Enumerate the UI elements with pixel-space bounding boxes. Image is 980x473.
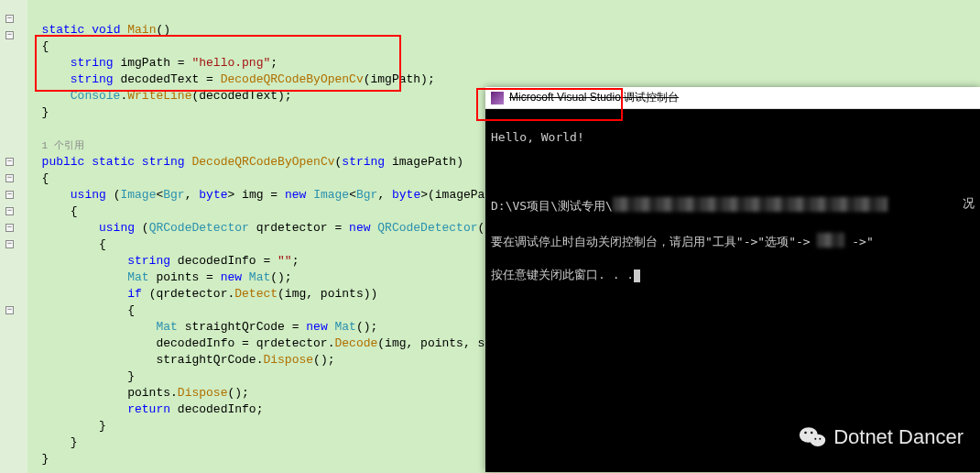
brace: { — [42, 39, 49, 53]
brace: } — [42, 452, 49, 466]
console-line-output: Hello, World! — [491, 129, 975, 146]
fold-icon[interactable]: − — [5, 306, 14, 314]
type: Bgr — [356, 188, 377, 202]
kw-string: string — [71, 56, 114, 70]
sp — [306, 188, 313, 202]
brace: } — [127, 369, 135, 383]
brace: { — [99, 237, 106, 251]
visual-studio-icon — [491, 92, 504, 104]
brace: { — [71, 204, 78, 218]
type: QRCodeDetector — [377, 221, 477, 235]
brace: { — [42, 171, 49, 185]
kw-void: void — [92, 23, 120, 37]
codelens-references[interactable]: 1 个引用 — [42, 140, 84, 151]
console-title: Microsoft Visual Studio 调试控制台 — [509, 90, 679, 105]
kw-new: new — [306, 320, 327, 334]
kw-return: return — [127, 402, 170, 416]
console-line-path: D:\VS项目\测试专用\ 况 — [491, 195, 975, 214]
tail: 况 — [963, 195, 975, 212]
msg-text: 要在调试停止时自动关闭控制台，请启用"工具"->"选项"-> — [491, 235, 811, 248]
kw-if: if — [127, 287, 142, 301]
watermark: Dotnet Dancer — [799, 425, 964, 449]
brace: { — [127, 303, 135, 317]
kw-static: static — [42, 23, 85, 37]
method-call: Dispose — [263, 353, 313, 367]
kw-using: using — [71, 188, 106, 202]
op: , — [185, 188, 200, 202]
parens: () — [156, 23, 170, 37]
op: , — [377, 188, 392, 202]
kw-byte: byte — [199, 188, 227, 202]
kw-string: string — [71, 72, 114, 86]
args: (); — [270, 270, 291, 284]
kw-string: string — [142, 155, 185, 169]
console-blank — [491, 162, 975, 179]
fold-icon[interactable]: − — [5, 174, 14, 182]
var: qrdetector = — [249, 221, 349, 235]
fold-icon[interactable]: − — [5, 15, 14, 23]
method-call: Detect — [234, 287, 278, 301]
type: Mat — [127, 270, 148, 284]
redacted — [817, 233, 844, 248]
console-line-msg2: 按任意键关闭此窗口. . . — [491, 267, 975, 283]
fold-icon[interactable]: − — [5, 240, 14, 248]
var: decodedText — [120, 72, 199, 86]
kw-string: string — [342, 155, 385, 169]
kw-byte: byte — [392, 188, 420, 202]
semi: ; — [292, 254, 299, 268]
debug-console-window[interactable]: Microsoft Visual Studio 调试控制台 Hello, Wor… — [485, 87, 980, 472]
fold-icon[interactable]: − — [5, 158, 14, 166]
msg-text: 按任意键关闭此窗口. . . — [491, 268, 634, 281]
redacted-path — [613, 197, 887, 212]
msg-text: ->" — [852, 235, 873, 248]
var: img = — [234, 188, 285, 202]
args: (img, points)) — [278, 287, 377, 301]
fold-icon[interactable]: − — [5, 31, 14, 39]
type-console: Console — [71, 89, 121, 103]
method-call: DecodeQRCodeByOpenCv — [221, 72, 364, 86]
brace: } — [42, 105, 49, 119]
sp — [242, 270, 249, 284]
console-titlebar[interactable]: Microsoft Visual Studio 调试控制台 — [485, 87, 980, 109]
string-literal: "" — [278, 254, 292, 268]
op: = — [199, 72, 220, 86]
semi: ; — [270, 56, 278, 70]
var: imgPath — [120, 56, 170, 70]
type: Bgr — [163, 188, 184, 202]
watermark-text: Dotnet Dancer — [833, 425, 964, 449]
console-cursor — [634, 270, 640, 282]
type: Image — [313, 188, 349, 202]
svg-point-5 — [819, 438, 821, 440]
wechat-icon — [799, 425, 826, 449]
args: (); — [313, 353, 334, 367]
string-literal: "hello.png" — [191, 56, 270, 70]
brace: } — [71, 435, 78, 449]
args: (); — [227, 386, 248, 400]
method-call: Decode — [334, 336, 377, 350]
kw-new: new — [221, 270, 242, 284]
fold-icon[interactable]: − — [5, 224, 14, 232]
expr: points. — [127, 386, 178, 400]
expr: (qrdetector. — [142, 287, 234, 301]
svg-point-3 — [811, 432, 813, 434]
paren: ) — [456, 155, 463, 169]
svg-point-1 — [811, 434, 826, 446]
path-text: D:\VS项目\测试专用\ — [491, 199, 613, 213]
type: Mat — [249, 270, 270, 284]
method-writeline: WriteLine — [127, 89, 191, 103]
kw-new: new — [349, 221, 370, 235]
method-main: Main — [127, 23, 156, 37]
svg-point-2 — [804, 432, 807, 434]
kw-public: public — [42, 155, 85, 169]
console-output[interactable]: Hello, World! D:\VS项目\测试专用\ 况 要在调试停止时自动关… — [485, 109, 980, 472]
args: (); — [356, 320, 377, 334]
args: (decodedText); — [191, 89, 291, 103]
sp — [328, 320, 335, 334]
fold-icon[interactable]: − — [5, 191, 14, 199]
fold-icon[interactable]: − — [5, 207, 14, 215]
args: (imgPath); — [364, 72, 435, 86]
var: points = — [149, 270, 221, 284]
kw-static: static — [92, 155, 135, 169]
expr: straightQrCode. — [156, 353, 263, 367]
type: Mat — [156, 320, 177, 334]
